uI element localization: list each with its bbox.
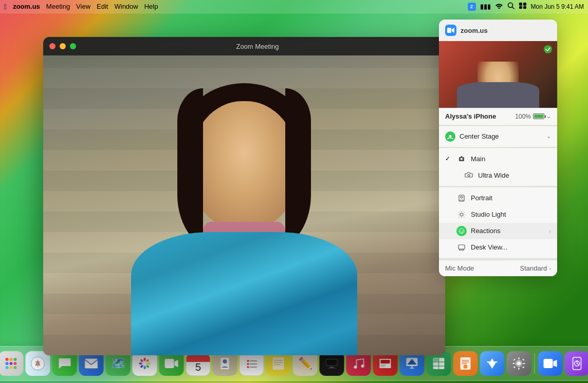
reactions-option[interactable]: Reactions › bbox=[439, 223, 557, 239]
svg-rect-104 bbox=[519, 357, 520, 359]
svg-point-82 bbox=[361, 365, 364, 368]
zoom-window: Zoom Meeting bbox=[43, 37, 445, 355]
camera-icon bbox=[456, 154, 467, 164]
svg-point-55 bbox=[148, 362, 151, 365]
apple-menu[interactable]:  bbox=[4, 3, 7, 11]
battery-fill bbox=[534, 114, 543, 118]
svg-line-20 bbox=[464, 212, 465, 212]
mic-mode-current: Standard bbox=[520, 264, 547, 272]
reactions-arrow: › bbox=[549, 228, 551, 234]
studio-light-label: Studio Light bbox=[471, 210, 551, 218]
zoom-menubar-icon[interactable]: Z bbox=[468, 3, 476, 11]
divider-2 bbox=[439, 147, 557, 148]
svg-line-19 bbox=[464, 217, 465, 217]
dock-item-zoom[interactable] bbox=[538, 351, 563, 376]
svg-rect-111 bbox=[522, 366, 524, 368]
menubar-left:  zoom.us Meeting View Edit Window Help bbox=[4, 3, 158, 11]
traffic-lights bbox=[49, 43, 76, 49]
svg-point-9 bbox=[461, 158, 463, 160]
center-stage-section: Center Stage ⌄ bbox=[439, 127, 557, 146]
calendar-day: 5 bbox=[195, 362, 201, 372]
dock-item-appstore[interactable] bbox=[480, 351, 505, 376]
svg-point-13 bbox=[460, 213, 463, 216]
mic-mode-section[interactable]: Mic Mode Standard › bbox=[439, 260, 557, 276]
svg-rect-73 bbox=[273, 357, 284, 370]
menubar-battery-icon: ▮▮▮ bbox=[480, 3, 491, 10]
maximize-button[interactable] bbox=[70, 43, 76, 49]
svg-rect-106 bbox=[513, 363, 515, 364]
svg-point-67 bbox=[247, 360, 249, 362]
svg-point-8 bbox=[449, 135, 452, 137]
svg-marker-113 bbox=[554, 360, 557, 367]
menubar:  zoom.us Meeting View Edit Window Help … bbox=[0, 0, 588, 13]
portrait-icon bbox=[456, 193, 467, 203]
svg-rect-112 bbox=[544, 359, 553, 368]
svg-point-100 bbox=[464, 365, 468, 369]
calendar-header: JUN bbox=[187, 355, 210, 362]
svg-point-10 bbox=[468, 175, 470, 177]
svg-rect-25 bbox=[458, 245, 465, 249]
center-stage-label: Center Stage bbox=[460, 132, 499, 140]
desk-view-option[interactable]: Desk View... bbox=[439, 239, 557, 256]
device-name-label: Alyssa's iPhone bbox=[445, 112, 496, 120]
svg-rect-95 bbox=[434, 358, 438, 361]
view-menu[interactable]: View bbox=[76, 3, 90, 10]
svg-point-42 bbox=[14, 366, 17, 369]
svg-point-66 bbox=[223, 359, 227, 363]
thumb-jacket bbox=[457, 82, 539, 108]
camera-ultrawide-option[interactable]: Ultra Wide bbox=[439, 167, 557, 183]
meeting-menu[interactable]: Meeting bbox=[46, 3, 70, 10]
portrait-option[interactable]: Portrait bbox=[439, 190, 557, 206]
svg-point-81 bbox=[354, 366, 357, 369]
dock-item-launchpad[interactable] bbox=[0, 351, 24, 376]
mic-mode-label: Mic Mode bbox=[445, 264, 474, 272]
freeform-emoji: ✏️ bbox=[298, 357, 312, 370]
edit-menu[interactable]: Edit bbox=[97, 3, 108, 10]
dock-item-systemprefs[interactable] bbox=[507, 351, 531, 376]
svg-rect-80 bbox=[327, 360, 337, 365]
maps-emoji: 🗺️ bbox=[111, 357, 125, 370]
window-menu[interactable]: Window bbox=[114, 3, 138, 10]
svg-rect-83 bbox=[381, 360, 390, 363]
camera-main-option[interactable]: ✓ Main bbox=[439, 150, 557, 167]
svg-point-24 bbox=[462, 230, 463, 231]
studio-light-icon bbox=[456, 209, 467, 220]
svg-point-57 bbox=[144, 366, 146, 369]
menubar-search-icon[interactable] bbox=[507, 2, 514, 11]
svg-rect-105 bbox=[519, 368, 520, 370]
svg-line-18 bbox=[459, 212, 460, 212]
svg-point-37 bbox=[6, 362, 9, 365]
device-chevron[interactable]: ⌄ bbox=[546, 113, 551, 120]
dock-item-screentime[interactable] bbox=[565, 351, 589, 376]
popup-header-label: zoom.us bbox=[461, 27, 488, 34]
svg-point-102 bbox=[517, 361, 521, 366]
svg-point-41 bbox=[10, 366, 13, 369]
help-menu[interactable]: Help bbox=[144, 3, 158, 10]
close-button[interactable] bbox=[49, 43, 56, 49]
svg-rect-108 bbox=[513, 359, 516, 361]
menubar-datetime: Mon Jun 5 9:41 AM bbox=[531, 3, 584, 10]
studio-light-option[interactable]: Studio Light bbox=[439, 206, 557, 223]
dock-item-pages[interactable] bbox=[453, 351, 478, 376]
app-name-menu[interactable]: zoom.us bbox=[13, 3, 40, 10]
popup-header: zoom.us bbox=[439, 20, 557, 41]
battery-percent: 100% bbox=[515, 113, 531, 120]
zoom-titlebar: Zoom Meeting bbox=[43, 37, 445, 55]
battery-bar-icon bbox=[533, 113, 544, 119]
zoom-video-area bbox=[43, 37, 445, 355]
center-stage-toggle[interactable]: Center Stage ⌄ bbox=[445, 130, 551, 143]
divider-4 bbox=[439, 259, 557, 259]
ultrawide-icon bbox=[464, 170, 474, 180]
svg-point-69 bbox=[247, 363, 249, 365]
minimize-button[interactable] bbox=[60, 43, 66, 49]
svg-point-35 bbox=[10, 358, 13, 361]
check-icon: ✓ bbox=[445, 155, 452, 162]
window-title: Zoom Meeting bbox=[76, 43, 439, 50]
svg-point-39 bbox=[14, 362, 17, 365]
jacket bbox=[131, 232, 357, 355]
svg-rect-110 bbox=[513, 366, 516, 368]
thumb-badge bbox=[544, 45, 552, 53]
svg-point-71 bbox=[247, 366, 249, 368]
menubar-controlcenter-icon[interactable] bbox=[519, 2, 527, 11]
svg-rect-109 bbox=[522, 359, 524, 361]
